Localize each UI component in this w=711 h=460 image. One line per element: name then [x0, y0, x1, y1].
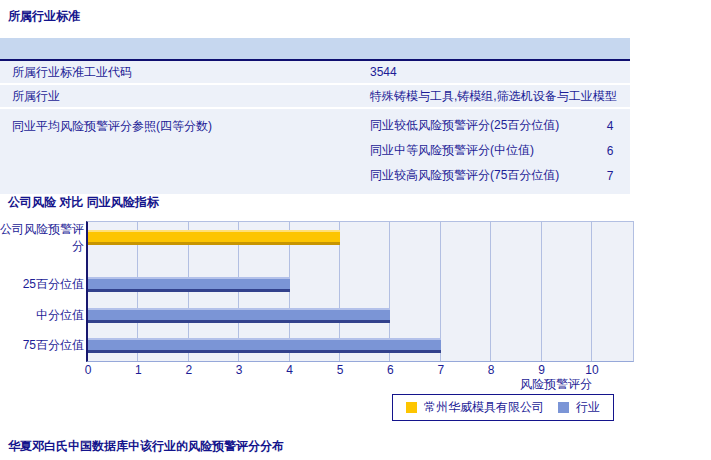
- category-label: 75百分位值: [0, 337, 84, 354]
- legend-item: 常州华威模具有限公司: [406, 399, 544, 416]
- section-title-score-distribution: 华夏邓白氏中国数据库中该行业的风险预警评分分布: [8, 438, 284, 455]
- x-tick-label: 4: [286, 363, 293, 377]
- category-label: 公司风险预警评分: [0, 221, 84, 255]
- x-axis-label: 风险预警评分: [88, 376, 592, 393]
- legend-swatch-icon: [558, 402, 569, 413]
- x-tick-label: 5: [337, 363, 344, 377]
- x-tick-label: 6: [387, 363, 394, 377]
- x-tick-label: 2: [185, 363, 192, 377]
- x-tick-label: 1: [135, 363, 142, 377]
- gridline: [541, 222, 542, 361]
- category-label: 25百分位值: [0, 276, 84, 293]
- x-tick-label: 3: [236, 363, 243, 377]
- risk-comparison-bar-chart: 风险预警评分 常州华威模具有限公司行业 012345678910公司风险预警评分…: [0, 0, 711, 460]
- report-page: 所属行业标准 所属行业标准工业代码 3544 所属行业 特殊铸模与工具,铸模组,…: [0, 0, 711, 460]
- bar-company-score: [88, 230, 340, 245]
- x-tick-label: 7: [437, 363, 444, 377]
- x-tick-label: 9: [538, 363, 545, 377]
- bar-industry-percentile: [88, 338, 441, 353]
- bar-industry-percentile: [88, 308, 390, 323]
- bar-industry-percentile: [88, 277, 290, 292]
- gridline: [490, 222, 491, 361]
- legend-label: 行业: [576, 399, 600, 416]
- x-tick-label: 8: [488, 363, 495, 377]
- chart-legend: 常州华威模具有限公司行业: [392, 394, 614, 421]
- legend-label: 常州华威模具有限公司: [424, 399, 544, 416]
- x-tick-label: 0: [85, 363, 92, 377]
- x-tick-label: 10: [585, 363, 598, 377]
- legend-swatch-icon: [406, 402, 417, 413]
- chart-plot-area: [86, 221, 634, 362]
- gridline: [591, 222, 592, 361]
- legend-item: 行业: [558, 399, 600, 416]
- category-label: 中分位值: [0, 307, 84, 324]
